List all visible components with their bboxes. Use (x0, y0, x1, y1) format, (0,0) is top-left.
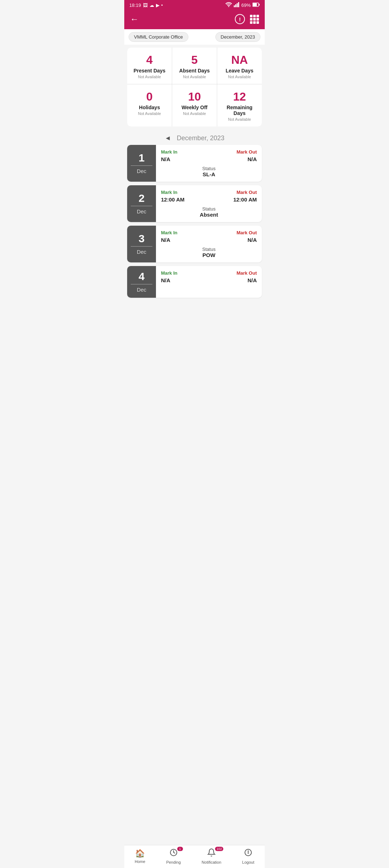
absent-days-sublabel: Not Available (183, 75, 206, 79)
stat-card-remaining-days: 12 Remaining Days Not Available (217, 84, 262, 127)
status-label-2: Status (161, 206, 257, 212)
date-divider-1 (131, 165, 152, 166)
present-days-label: Present Days (134, 68, 166, 74)
leave-days-sublabel: Not Available (228, 75, 251, 79)
remaining-days-number: 12 (233, 91, 246, 102)
attendance-record-3: 3 Dec Mark In Mark Out N/A N/A Status PO… (127, 226, 262, 262)
mark-in-value-2: 12:00 AM (161, 196, 184, 203)
absent-days-label: Absent Days (179, 68, 210, 74)
date-month-2: Dec (137, 208, 147, 214)
date-block-4: 4 Dec (127, 266, 156, 298)
status-right: 69% (225, 2, 260, 8)
alert-button[interactable]: ! (235, 14, 245, 24)
date-num-4: 4 (139, 271, 145, 282)
top-bar: ← ! (124, 10, 265, 29)
leave-days-label: Leave Days (225, 68, 253, 74)
remaining-days-label: Remaining Days (221, 105, 258, 116)
grid-dot (256, 15, 259, 17)
weekly-off-sublabel: Not Available (183, 111, 206, 116)
svg-rect-2 (237, 3, 238, 7)
date-block-3: 3 Dec (127, 226, 156, 262)
date-num-2: 2 (139, 193, 145, 204)
mark-out-label-1: Mark Out (237, 149, 257, 155)
status-label-1: Status (161, 166, 257, 171)
stat-card-weekly-off: 10 Weekly Off Not Available (172, 84, 217, 127)
stats-grid: 4 Present Days Not Available 5 Absent Da… (127, 48, 262, 127)
grid-dot (256, 18, 259, 21)
status-bar: 18:19 🖼 ☁ ▶ • 69% (124, 0, 265, 10)
date-divider-4 (131, 284, 152, 284)
att-details-2: Mark In Mark Out 12:00 AM 12:00 AM Statu… (156, 185, 262, 222)
mark-in-value-1: N/A (161, 156, 170, 162)
exclaim-icon: ! (239, 16, 241, 22)
svg-rect-1 (235, 4, 236, 7)
date-month-1: Dec (137, 168, 147, 174)
calendar-nav: ◄ December, 2023 (124, 129, 265, 145)
att-row-markin-4: Mark In Mark Out (161, 270, 257, 276)
att-row-values-4: N/A N/A (161, 277, 257, 283)
att-details-4: Mark In Mark Out N/A N/A (156, 266, 262, 298)
youtube-icon: ▶ (156, 3, 160, 8)
att-row-values-3: N/A N/A (161, 237, 257, 243)
svg-rect-3 (238, 2, 239, 7)
holidays-label: Holidays (139, 105, 160, 110)
date-num-3: 3 (139, 233, 145, 244)
grid-dot (253, 21, 256, 24)
date-month-4: Dec (137, 287, 147, 293)
att-details-3: Mark In Mark Out N/A N/A Status POW (156, 226, 262, 262)
svg-rect-6 (259, 4, 260, 6)
grid-dot (250, 18, 252, 21)
date-block-2: 2 Dec (127, 185, 156, 222)
att-row-markin-3: Mark In Mark Out (161, 230, 257, 235)
holidays-sublabel: Not Available (138, 111, 161, 116)
status-area-2: Status Absent (161, 206, 257, 218)
status-label-3: Status (161, 247, 257, 252)
date-month-3: Dec (137, 249, 147, 255)
mark-out-value-4: N/A (247, 277, 257, 283)
status-left: 18:19 🖼 ☁ ▶ • (129, 3, 163, 8)
back-button[interactable]: ← (130, 14, 139, 24)
mark-in-value-4: N/A (161, 277, 170, 283)
dot-icon: • (161, 3, 163, 8)
remaining-days-sublabel: Not Available (228, 117, 251, 121)
attendance-record-4: 4 Dec Mark In Mark Out N/A N/A (127, 266, 262, 298)
mark-in-label-3: Mark In (161, 230, 178, 235)
mark-in-label-2: Mark In (161, 190, 178, 195)
mark-out-label-3: Mark Out (237, 230, 257, 235)
mark-out-label-4: Mark Out (237, 270, 257, 276)
present-days-number: 4 (146, 54, 153, 66)
att-row-markin-2: Mark In Mark Out (161, 190, 257, 195)
period-filter[interactable]: December, 2023 (215, 32, 260, 42)
status-area-1: Status SL-A (161, 166, 257, 177)
leave-days-number: NA (231, 54, 248, 66)
grid-menu-button[interactable] (250, 15, 259, 24)
mark-out-label-2: Mark Out (237, 190, 257, 195)
grid-dot (250, 15, 252, 17)
status-time: 18:19 (129, 3, 141, 8)
stat-card-present-days: 4 Present Days Not Available (127, 48, 172, 84)
prev-month-button[interactable]: ◄ (165, 134, 171, 142)
wifi-icon (225, 2, 232, 8)
status-area-3: Status POW (161, 247, 257, 258)
stat-card-leave-days: NA Leave Days Not Available (217, 48, 262, 84)
grid-dot (253, 15, 256, 17)
cloud-icon: ☁ (149, 3, 154, 8)
svg-rect-5 (253, 3, 257, 6)
mark-out-value-1: N/A (247, 156, 257, 162)
status-value-1: SL-A (161, 171, 257, 177)
location-filter[interactable]: VMML Corporate Office (129, 32, 188, 42)
grid-dot (250, 21, 252, 24)
mark-out-value-3: N/A (247, 237, 257, 243)
mark-in-value-3: N/A (161, 237, 170, 243)
top-bar-icons: ! (235, 14, 259, 24)
battery-icon (252, 3, 260, 8)
attendance-record-2: 2 Dec Mark In Mark Out 12:00 AM 12:00 AM… (127, 185, 262, 222)
attendance-record-1: 1 Dec Mark In Mark Out N/A N/A Status SL… (127, 145, 262, 182)
grid-dot (253, 18, 256, 21)
holidays-number: 0 (146, 91, 153, 102)
att-row-values-1: N/A N/A (161, 156, 257, 162)
status-value-3: POW (161, 252, 257, 258)
status-value-2: Absent (161, 212, 257, 218)
attendance-list: 1 Dec Mark In Mark Out N/A N/A Status SL… (124, 145, 265, 298)
weekly-off-label: Weekly Off (182, 105, 207, 110)
